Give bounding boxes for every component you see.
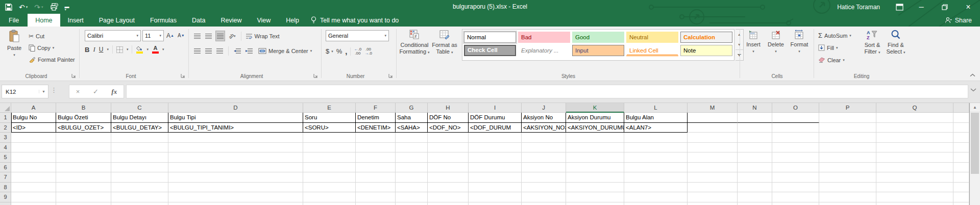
cell-L7[interactable] xyxy=(624,172,688,183)
cell-style-neutral[interactable]: Neutral xyxy=(626,32,678,43)
cell-C9[interactable] xyxy=(111,192,168,202)
customize-qat-button[interactable]: ▬▾ xyxy=(65,3,67,11)
cell-K[interactable] xyxy=(566,202,624,205)
number-format-combo[interactable]: General▾ xyxy=(326,30,389,41)
cell-G7[interactable] xyxy=(396,172,428,183)
cell-J3[interactable] xyxy=(522,133,566,143)
cell-F9[interactable] xyxy=(356,192,396,202)
row-header-4[interactable]: 4 xyxy=(0,143,11,153)
row-header-8[interactable]: 8 xyxy=(0,183,11,193)
cell-D8[interactable] xyxy=(168,183,303,193)
undo-button[interactable]: ↶▾ xyxy=(19,4,28,11)
cell-E8[interactable] xyxy=(303,183,356,193)
tab-data[interactable]: Data xyxy=(184,14,213,27)
cell-G[interactable] xyxy=(396,202,428,205)
column-header-H[interactable]: H xyxy=(428,103,469,113)
cell-D4[interactable] xyxy=(168,143,303,153)
cell-O7[interactable] xyxy=(772,172,819,183)
cell-L9[interactable] xyxy=(624,192,688,202)
cell-H[interactable] xyxy=(428,202,469,205)
expand-formula-bar-button[interactable] xyxy=(970,88,976,92)
column-header-D[interactable]: D xyxy=(168,103,303,113)
cell-I6[interactable] xyxy=(469,163,522,173)
cell-partial4[interactable] xyxy=(953,143,969,153)
formula-bar-grip[interactable]: ⋮ xyxy=(51,86,57,94)
align-left-button[interactable] xyxy=(193,45,202,56)
cell-G4[interactable] xyxy=(396,143,428,153)
cell-E4[interactable] xyxy=(303,143,356,153)
column-header-L[interactable]: L xyxy=(624,103,688,113)
cell-Q3[interactable] xyxy=(876,133,953,143)
cell-N[interactable] xyxy=(738,202,772,205)
cell-L3[interactable] xyxy=(624,133,688,143)
cell-J5[interactable] xyxy=(522,152,566,163)
font-size-combo[interactable]: 11▾ xyxy=(142,30,164,41)
delete-cells-button[interactable]: Delete▾ xyxy=(766,30,786,55)
align-center-button[interactable] xyxy=(204,45,213,56)
cell-F[interactable] xyxy=(356,202,396,205)
comma-style-button[interactable]: , xyxy=(345,46,347,57)
column-header-A[interactable]: A xyxy=(11,103,56,113)
cell-K6[interactable] xyxy=(566,163,624,173)
cell-A[interactable] xyxy=(11,202,56,205)
cell-E5[interactable] xyxy=(303,152,356,163)
tab-insert[interactable]: Insert xyxy=(60,14,91,27)
find-select-button[interactable]: Find &Select ▾ xyxy=(885,30,907,56)
redo-button[interactable]: ↷▾ xyxy=(34,4,43,11)
cell-M2[interactable] xyxy=(688,123,738,133)
cell-C7[interactable] xyxy=(111,172,168,183)
alignment-dialog-launcher[interactable] xyxy=(313,73,318,78)
cell-E7[interactable] xyxy=(303,172,356,183)
format-painter-button[interactable]: Format Painter xyxy=(29,54,75,65)
cell-E[interactable] xyxy=(303,202,356,205)
cell-H8[interactable] xyxy=(428,183,469,193)
cell-F8[interactable] xyxy=(356,183,396,193)
column-header-C[interactable]: C xyxy=(111,103,168,113)
cell-M1[interactable] xyxy=(688,113,738,123)
cell-A9[interactable] xyxy=(11,192,56,202)
clipboard-dialog-launcher[interactable] xyxy=(71,73,76,78)
cell-L4[interactable] xyxy=(624,143,688,153)
close-button[interactable]: × xyxy=(957,0,980,14)
cell-A7[interactable] xyxy=(11,172,56,183)
cell-P5[interactable] xyxy=(819,152,876,163)
tab-view[interactable]: View xyxy=(249,14,278,27)
fill-button[interactable]: Fill▾ xyxy=(818,42,851,53)
cell-partial1[interactable] xyxy=(953,113,969,123)
fill-color-dropdown[interactable]: ▾ xyxy=(146,47,149,52)
cell-H5[interactable] xyxy=(428,152,469,163)
format-cells-button[interactable]: Format▾ xyxy=(788,30,811,55)
cell-J7[interactable] xyxy=(522,172,566,183)
cell-I3[interactable] xyxy=(469,133,522,143)
tab-home[interactable]: Home xyxy=(28,14,60,27)
autosum-button[interactable]: ΣAutoSum▾ xyxy=(818,30,851,41)
cell-Q9[interactable] xyxy=(876,192,953,202)
cell-E2[interactable]: <SORU> xyxy=(303,123,356,133)
cell-K2[interactable]: <AKSIYON_DURUMU> xyxy=(566,123,624,133)
cell-L[interactable] xyxy=(624,202,688,205)
cell-B4[interactable] xyxy=(56,143,111,153)
cell-I[interactable] xyxy=(469,202,522,205)
font-color-button[interactable]: A xyxy=(152,45,159,54)
cell-J2[interactable]: <AKSIYON_NO> xyxy=(522,123,566,133)
accounting-format-button[interactable]: $▾ xyxy=(326,46,333,57)
increase-indent-button[interactable]: ▸ xyxy=(244,45,254,56)
cell-D5[interactable] xyxy=(168,152,303,163)
top-align-button[interactable] xyxy=(193,31,202,41)
column-header-partial[interactable] xyxy=(953,103,969,113)
cell-N5[interactable] xyxy=(738,152,772,163)
cell-P2[interactable] xyxy=(819,123,876,133)
underline-button[interactable]: U xyxy=(99,46,104,53)
row-header-9[interactable]: 9 xyxy=(0,192,11,202)
cell-G8[interactable] xyxy=(396,183,428,193)
cell-F4[interactable] xyxy=(356,143,396,153)
font-color-dropdown[interactable]: ▾ xyxy=(162,47,164,52)
borders-dropdown[interactable]: ▾ xyxy=(127,47,129,52)
cell-J8[interactable] xyxy=(522,183,566,193)
cell-D3[interactable] xyxy=(168,133,303,143)
cell-partial2[interactable] xyxy=(953,123,969,133)
cell-M5[interactable] xyxy=(688,152,738,163)
column-header-F[interactable]: F xyxy=(356,103,396,113)
cell-A3[interactable] xyxy=(11,133,56,143)
cell-A1[interactable]: Bulgu No xyxy=(11,113,56,123)
